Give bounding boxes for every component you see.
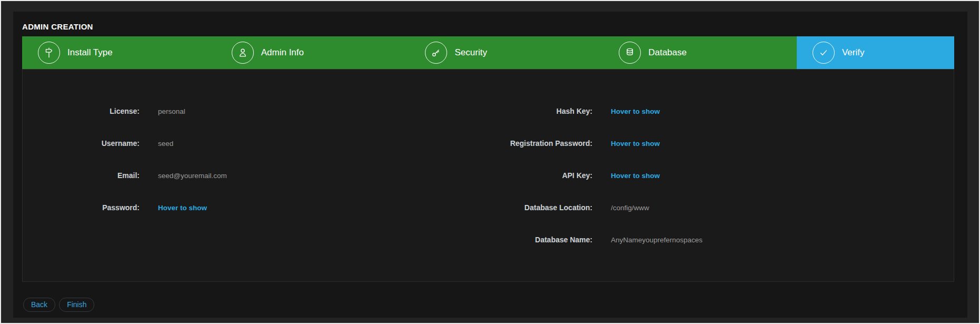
form-column-right: Hash Key: Hover to show Registration Pas… — [488, 107, 954, 281]
step-database[interactable]: Database — [603, 36, 797, 69]
field-row-hash-key: Hash Key: Hover to show — [488, 107, 954, 120]
field-row-registration-password: Registration Password: Hover to show — [488, 139, 954, 152]
field-label: License: — [23, 107, 140, 115]
field-label: Registration Password: — [488, 139, 592, 148]
step-label: Install Type — [67, 47, 113, 58]
field-value: /config/www — [611, 204, 649, 212]
step-admin-info[interactable]: Admin Info — [216, 36, 410, 69]
hover-to-show-value[interactable]: Hover to show — [158, 204, 207, 212]
field-label: Hash Key: — [488, 107, 592, 115]
back-button[interactable]: Back — [23, 298, 55, 312]
verify-summary-form: License: personal Username: seed Email: … — [22, 69, 954, 282]
signpost-icon — [38, 42, 60, 64]
step-label: Admin Info — [261, 47, 304, 58]
hover-to-show-value[interactable]: Hover to show — [611, 107, 660, 115]
field-value: personal — [158, 107, 185, 115]
field-label: Database Location: — [488, 203, 592, 212]
field-row-database-name: Database Name: AnyNameyouprefernospaces — [488, 235, 954, 249]
field-row-password: Password: Hover to show — [23, 203, 488, 217]
field-row-email: Email: seed@youremail.com — [23, 171, 488, 184]
person-icon — [232, 42, 254, 64]
form-column-left: License: personal Username: seed Email: … — [23, 107, 488, 281]
admin-creation-panel: ADMIN CREATION Install Type Admin Info S… — [13, 12, 967, 318]
field-label: API Key: — [488, 171, 592, 180]
field-row-api-key: API Key: Hover to show — [488, 171, 954, 184]
finish-button[interactable]: Finish — [59, 298, 94, 312]
field-label: Username: — [23, 139, 140, 148]
field-value: seed@youremail.com — [158, 172, 227, 180]
hover-to-show-value[interactable]: Hover to show — [611, 140, 660, 148]
field-label: Database Name: — [488, 235, 592, 244]
check-icon — [813, 42, 835, 64]
field-label: Email: — [23, 171, 140, 180]
field-value: seed — [158, 140, 173, 148]
field-value: AnyNameyouprefernospaces — [611, 236, 702, 244]
hover-to-show-value[interactable]: Hover to show — [611, 172, 660, 180]
step-label: Database — [648, 47, 687, 58]
field-row-license: License: personal — [23, 107, 488, 120]
wizard-stepper: Install Type Admin Info Security Databas… — [22, 36, 954, 69]
step-label: Verify — [842, 47, 865, 58]
step-security[interactable]: Security — [409, 36, 603, 69]
database-icon — [619, 42, 641, 64]
step-verify[interactable]: Verify — [797, 36, 954, 69]
field-row-database-location: Database Location: /config/www — [488, 203, 954, 217]
field-label: Password: — [23, 203, 140, 212]
app-window: ADMIN CREATION Install Type Admin Info S… — [0, 0, 980, 324]
wizard-actions: Back Finish — [23, 298, 94, 312]
page-title: ADMIN CREATION — [22, 22, 93, 31]
key-icon — [425, 42, 447, 64]
field-row-username: Username: seed — [23, 139, 488, 152]
step-install-type[interactable]: Install Type — [22, 36, 216, 69]
step-label: Security — [454, 47, 487, 58]
